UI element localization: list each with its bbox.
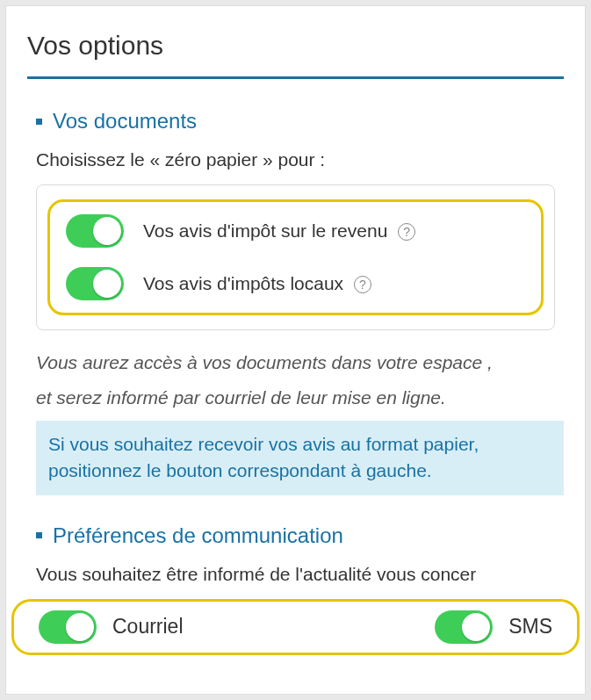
comm-item-courriel: Courriel xyxy=(39,610,184,644)
toggle-row-revenu: Vos avis d'impôt sur le revenu ? xyxy=(66,214,525,248)
toggle-knob-icon xyxy=(462,613,490,641)
section-heading-communication-text: Préférences de communication xyxy=(53,523,343,548)
highlight-documents: Vos avis d'impôt sur le revenu ? Vos avi… xyxy=(47,199,544,315)
toggle-impot-revenu-label: Vos avis d'impôt sur le revenu ? xyxy=(143,220,415,242)
toggle-courriel-label: Courriel xyxy=(112,615,184,639)
toggle-sms-label: SMS xyxy=(508,615,552,639)
toggle-courriel[interactable] xyxy=(39,610,97,644)
toggle-row-locaux: Vos avis d'impôts locaux ? xyxy=(66,267,525,300)
communication-row-wrap: Courriel SMS xyxy=(11,599,580,655)
toggle-knob-icon xyxy=(66,613,94,641)
toggle-sms[interactable] xyxy=(435,610,493,644)
communication-subheading: Vous souhaitez être informé de l'actuali… xyxy=(36,564,564,585)
toggle-knob-icon xyxy=(93,270,121,298)
toggle-impots-locaux[interactable] xyxy=(66,267,124,300)
documents-note-line2: et serez informé par courriel de leur mi… xyxy=(36,385,564,411)
section-heading-documents-text: Vos documents xyxy=(53,109,197,134)
documents-note-line1: Vous aurez accès à vos documents dans vo… xyxy=(36,350,564,376)
title-divider xyxy=(27,76,564,79)
toggle-impots-locaux-label: Vos avis d'impôts locaux ? xyxy=(143,273,371,294)
documents-subheading: Choisissez le « zéro papier » pour : xyxy=(36,149,564,170)
section-heading-communication: Préférences de communication xyxy=(36,523,564,548)
bullet-icon xyxy=(36,532,42,538)
documents-toggle-box: Vos avis d'impôt sur le revenu ? Vos avi… xyxy=(36,184,555,330)
options-card: Vos options Vos documents Choisissez le … xyxy=(5,5,586,695)
section-heading-documents: Vos documents xyxy=(36,109,564,134)
help-icon[interactable]: ? xyxy=(398,223,415,241)
page-title: Vos options xyxy=(27,31,564,61)
paper-format-banner: Si vous souhaitez recevoir vos avis au f… xyxy=(36,421,564,495)
comm-item-sms: SMS xyxy=(435,610,552,644)
bullet-icon xyxy=(36,119,42,125)
help-icon[interactable]: ? xyxy=(354,276,371,293)
highlight-communication: Courriel SMS xyxy=(11,599,580,655)
toggle-knob-icon xyxy=(93,217,121,245)
toggle-impot-revenu[interactable] xyxy=(66,214,124,248)
